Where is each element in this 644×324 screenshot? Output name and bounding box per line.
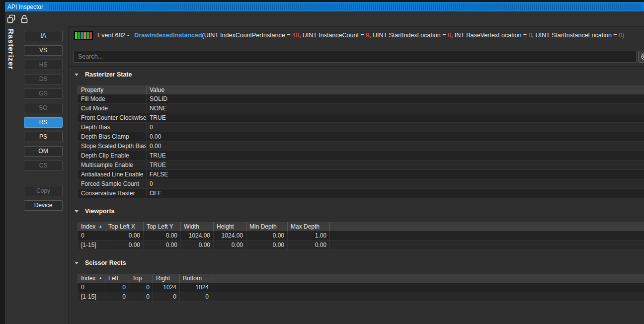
table-row[interactable]: Fill ModeSOLID	[78, 94, 644, 104]
event-text-segment-number: 48	[292, 32, 299, 39]
section-title: Viewports	[85, 208, 115, 215]
column-header-width[interactable]: Width	[181, 222, 214, 231]
table-row[interactable]: Depth Clip EnableTRUE	[78, 151, 644, 161]
sort-ascending-icon: ▲	[95, 225, 102, 229]
table-cell: Antialiased Line Enable	[78, 170, 147, 179]
collapse-arrow-icon	[75, 210, 79, 213]
table-cell: 0	[129, 292, 153, 301]
column-header-left[interactable]: Left	[105, 274, 129, 283]
titlebar-drag-texture	[49, 4, 641, 9]
column-header-property[interactable]: Property	[78, 85, 147, 94]
event-text-segment-plain: , UINT StartInstanceLocation =	[532, 32, 619, 39]
stage-buttons-group: IAVSHSDSGSSORSPSOMCS	[24, 31, 63, 171]
column-header-index[interactable]: Index▲	[78, 274, 105, 283]
collapse-arrow-icon	[75, 74, 79, 76]
table-row[interactable]: Front Counter ClockwiseTRUE	[78, 113, 644, 123]
event-type-bar	[89, 32, 92, 39]
stage-button-om[interactable]: OM	[24, 146, 63, 157]
search-input[interactable]	[74, 51, 637, 63]
table-header-row: PropertyValue	[78, 85, 644, 94]
window-titlebar[interactable]: API Inspector	[5, 2, 644, 11]
event-text-segment-number: 0	[448, 32, 451, 39]
table-cell: TRUE	[147, 151, 644, 160]
lock-icon[interactable]	[19, 14, 29, 24]
column-header-top-left-y[interactable]: Top Left Y	[144, 222, 181, 231]
table-row[interactable]: Depth Bias0	[78, 123, 644, 132]
table-cell: Cull Mode	[78, 104, 147, 113]
table-cell: 0	[78, 283, 105, 292]
column-header-label: Index	[81, 223, 95, 230]
stage-button-ps[interactable]: PS	[24, 132, 63, 142]
column-header-label: Top Left X	[108, 223, 135, 230]
column-header-height[interactable]: Height	[214, 222, 246, 231]
table-cell: Fill Mode	[78, 94, 147, 103]
table-row[interactable]: [1-15]0.000.000.000.000.000.00	[78, 241, 644, 250]
table-row[interactable]: 00.000.001024.001024.000.001.00	[78, 231, 644, 241]
event-type-bar	[86, 32, 89, 39]
section-title: Rasterizer State	[85, 71, 132, 78]
column-header-value[interactable]: Value	[147, 85, 644, 94]
column-header-label: Top Left Y	[147, 223, 173, 230]
table-cell: TRUE	[147, 113, 644, 122]
stage-button-device[interactable]: Device	[24, 200, 63, 211]
table-row[interactable]: Slope Scaled Depth Bias0.00	[78, 142, 644, 151]
column-header-label: Right	[156, 275, 170, 282]
table-cell: 0.00	[246, 241, 288, 249]
api-inspector-window: API Inspector Rasterizer IAVSHSDSGSSORSP…	[0, 0, 644, 324]
search-options-button[interactable]	[638, 51, 644, 63]
table-cell: 1024.00	[181, 231, 214, 240]
collapse-arrow-icon	[75, 262, 79, 264]
table-cell: Depth Clip Enable	[78, 151, 147, 160]
table-filler-cell	[330, 231, 644, 240]
column-header-label: Index	[81, 275, 95, 282]
table-cell: 1024.00	[214, 231, 246, 240]
table-header-row: Index▲LeftTopRightBottom	[78, 274, 644, 283]
table-cell: 0.00	[246, 231, 288, 240]
table-cell: 0.00	[144, 241, 181, 249]
column-header-index[interactable]: Index▲	[78, 222, 105, 231]
stage-button-ia[interactable]: IA	[24, 31, 63, 41]
section-header-rasterizer-state[interactable]: Rasterizer State	[75, 70, 132, 79]
event-type-bar	[83, 32, 86, 39]
table-row[interactable]: Conservative RasterOFF	[78, 189, 644, 198]
table-cell: OFF	[147, 189, 644, 198]
table-row[interactable]: Depth Bias Clamp0.00	[78, 132, 644, 142]
event-text-segment-function: DrawIndexedInstanced	[134, 32, 202, 39]
column-header-label: Min Depth	[249, 223, 277, 230]
event-text-segment-plain: , UINT InstanceCount =	[299, 32, 366, 39]
event-text-segment-plain: (UINT IndexCountPerInstance =	[202, 32, 292, 39]
table-cell: 0	[105, 283, 129, 292]
event-header: Event 682 - DrawIndexedInstanced(UINT In…	[74, 31, 624, 40]
table-row[interactable]: [1-15]0000	[78, 292, 644, 302]
section-header-viewports[interactable]: Viewports	[75, 207, 115, 216]
table-header-row: Index▲Top Left XTop Left YWidthHeightMin…	[78, 222, 644, 231]
column-header-top-left-x[interactable]: Top Left X	[105, 222, 144, 231]
stage-button-rs[interactable]: RS	[24, 117, 63, 128]
table-filler-cell	[212, 274, 644, 283]
table-row[interactable]: Cull ModeNONE	[78, 104, 644, 113]
stage-button-vs[interactable]: VS	[24, 45, 63, 56]
table-row[interactable]: Antialiased Line EnableFALSE	[78, 170, 644, 179]
table-cell: 0.00	[147, 132, 644, 141]
column-header-top[interactable]: Top	[129, 274, 153, 283]
section-header-scissor-rects[interactable]: Scissor Rects	[75, 258, 126, 267]
sort-ascending-icon: ▲	[95, 276, 102, 280]
table-cell: 0.00	[105, 241, 144, 249]
column-header-label: Bottom	[183, 275, 202, 282]
table-cell: 0	[129, 283, 153, 292]
action-buttons-group: CopyDevice	[24, 186, 63, 211]
table-cell: 0.00	[288, 241, 330, 249]
event-text-segment-number: 0)	[619, 32, 624, 39]
table-cell: Depth Bias Clamp	[78, 132, 147, 141]
table-row[interactable]: Multisample EnableTRUE	[78, 161, 644, 170]
table-cell: [1-15]	[78, 241, 105, 249]
column-header-right[interactable]: Right	[153, 274, 180, 283]
scissor-rects-table: Index▲LeftTopRightBottom00010241024[1-15…	[78, 274, 644, 302]
column-header-min-depth[interactable]: Min Depth	[246, 222, 288, 231]
column-header-bottom[interactable]: Bottom	[180, 274, 212, 283]
panel-vertical-label: Rasterizer	[7, 29, 15, 70]
column-header-max-depth[interactable]: Max Depth	[288, 222, 330, 231]
table-row[interactable]: 00010241024	[78, 283, 644, 292]
duplicate-icon[interactable]	[6, 14, 16, 24]
table-row[interactable]: Forced Sample Count0	[78, 179, 644, 189]
